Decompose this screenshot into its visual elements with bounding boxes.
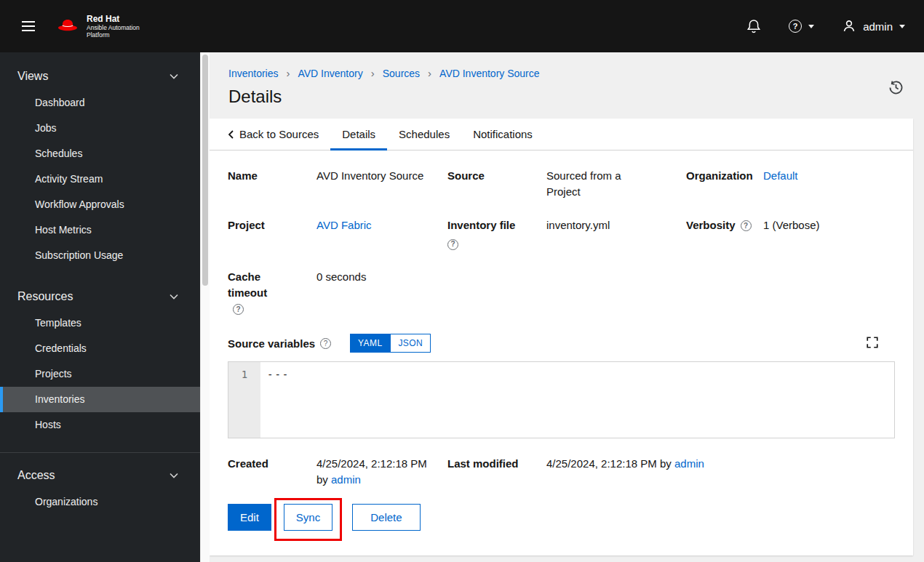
created-by-text: by	[316, 473, 328, 486]
source-variables-row: Source variables YAML JSON	[228, 334, 895, 353]
field-value-source: Sourced from a Project	[546, 168, 635, 200]
sidebar-item-subscription-usage[interactable]: Subscription Usage	[0, 243, 200, 268]
chevron-down-icon	[899, 25, 905, 28]
scrollbar-thumb[interactable]	[202, 55, 208, 286]
action-buttons: Edit Sync Delete	[228, 504, 895, 541]
sidebar-item-hosts[interactable]: Hosts	[0, 412, 200, 438]
yaml-toggle-button[interactable]: YAML	[350, 334, 390, 353]
sidebar-section-label: Resources	[17, 290, 73, 303]
header-actions: admin	[746, 19, 905, 33]
breadcrumb-sources[interactable]: Sources	[383, 68, 420, 79]
question-circle-icon[interactable]	[447, 239, 458, 250]
brand-subtitle-2: Platform	[87, 31, 140, 39]
detail-grid: Name AVD Inventory Source Source Sourced…	[228, 168, 895, 316]
field-label-text: Inventory file	[447, 219, 515, 231]
app-body: Views Dashboard Jobs Schedules Activity …	[0, 52, 924, 562]
redhat-logo-icon	[55, 17, 80, 35]
field-value-organization: Default	[763, 168, 895, 184]
sidebar-item-activity-stream[interactable]: Activity Stream	[0, 166, 200, 192]
field-value-project: AVD Fabric	[316, 217, 447, 233]
question-circle-icon[interactable]	[741, 220, 752, 231]
sidebar-item-jobs[interactable]: Jobs	[0, 116, 200, 141]
field-value-inventory-file: inventory.yml	[546, 217, 686, 233]
field-label-cache-timeout: Cache timeout	[228, 269, 287, 316]
tab-details[interactable]: Details	[330, 119, 387, 150]
expand-button[interactable]	[864, 334, 880, 353]
sync-button[interactable]: Sync	[284, 504, 332, 531]
breadcrumb: Inventories AVD Inventory Sources AVD In…	[228, 67, 907, 79]
field-value-cache-timeout: 0 seconds	[316, 269, 895, 285]
sidebar-item-inventories[interactable]: Inventories	[0, 387, 200, 412]
sidebar-item-workflow-approvals[interactable]: Workflow Approvals	[0, 192, 200, 217]
main-content: Inventories AVD Inventory Sources AVD In…	[210, 52, 924, 562]
tab-schedules[interactable]: Schedules	[387, 119, 461, 150]
menu-icon[interactable]	[17, 17, 39, 36]
timestamps-grid: Created 4/25/2024, 2:12:18 PM by admin L…	[228, 456, 895, 488]
field-label-organization: Organization	[686, 168, 763, 184]
tab-notifications[interactable]: Notifications	[461, 119, 544, 150]
expand-icon	[866, 336, 879, 349]
variables-code-editor: 1 ---	[228, 361, 895, 438]
sidebar-section-resources-toggle[interactable]: Resources	[0, 283, 200, 310]
user-menu-button[interactable]: admin	[842, 19, 905, 33]
history-button[interactable]	[888, 80, 904, 97]
editor-line-number: 1	[228, 362, 260, 438]
field-value-verbosity: 1 (Verbose)	[763, 217, 895, 233]
tab-bar: Back to Sources Details Schedules Notifi…	[210, 119, 913, 150]
field-label-inventory-file: Inventory file	[447, 217, 546, 252]
brand-subtitle: Ansible Automation	[87, 24, 140, 31]
sidebar-item-schedules[interactable]: Schedules	[0, 141, 200, 166]
breadcrumb-separator-icon	[428, 67, 431, 79]
username-label: admin	[863, 20, 893, 33]
field-label-created: Created	[228, 456, 316, 472]
sidebar-item-organizations[interactable]: Organizations	[0, 489, 200, 515]
bell-icon	[746, 19, 761, 33]
sidebar-divider	[0, 452, 200, 453]
field-label-last-modified: Last modified	[447, 456, 546, 472]
sidebar-item-templates[interactable]: Templates	[0, 310, 200, 336]
sidebar-item-credentials[interactable]: Credentials	[0, 336, 200, 361]
delete-button[interactable]: Delete	[352, 504, 420, 531]
field-value-name: AVD Inventory Source	[316, 168, 447, 184]
sidebar-scrollbar[interactable]	[200, 52, 210, 562]
editor-content: ---	[260, 362, 894, 438]
sidebar-nav: Views Dashboard Jobs Schedules Activity …	[0, 52, 200, 562]
breadcrumb-avd-inventory[interactable]: AVD Inventory	[298, 68, 362, 79]
modified-by-user-link[interactable]: admin	[674, 457, 704, 470]
chevron-left-icon	[228, 130, 234, 139]
user-icon	[842, 19, 856, 33]
edit-button[interactable]: Edit	[228, 504, 271, 531]
sidebar-section-views-toggle[interactable]: Views	[0, 63, 200, 90]
breadcrumb-avd-inventory-source[interactable]: AVD Inventory Source	[439, 68, 539, 79]
tab-back-to-sources[interactable]: Back to Sources	[217, 119, 330, 150]
breadcrumb-separator-icon	[371, 67, 375, 79]
field-label-text: Verbosity	[686, 219, 736, 231]
chevron-down-icon	[170, 294, 178, 300]
sidebar-section-label: Views	[17, 70, 48, 83]
question-circle-icon[interactable]	[320, 338, 331, 349]
sidebar-section-label: Access	[17, 469, 55, 482]
page-header: Inventories AVD Inventory Sources AVD In…	[210, 52, 924, 119]
notifications-button[interactable]	[746, 19, 761, 33]
created-by-user-link[interactable]: admin	[331, 473, 361, 486]
field-label-text: Cache timeout	[228, 270, 267, 299]
question-circle-icon[interactable]	[233, 304, 244, 315]
sidebar-item-host-metrics[interactable]: Host Metrics	[0, 217, 200, 243]
breadcrumb-inventories[interactable]: Inventories	[228, 68, 278, 79]
modified-timestamp: 4/25/2024, 2:12:18 PM	[546, 457, 657, 470]
sidebar-item-projects[interactable]: Projects	[0, 361, 200, 387]
field-label-source: Source	[447, 168, 546, 184]
app-header: Red Hat Ansible Automation Platform admi…	[0, 0, 924, 52]
sidebar-section-access-toggle[interactable]: Access	[0, 462, 200, 489]
organization-link[interactable]: Default	[763, 169, 798, 182]
breadcrumb-separator-icon	[286, 67, 290, 79]
sidebar-section-resources: Resources Templates Credentials Projects…	[0, 283, 200, 438]
json-toggle-button[interactable]: JSON	[390, 334, 431, 353]
question-circle-icon	[789, 20, 802, 33]
help-menu-button[interactable]	[789, 20, 814, 33]
format-toggle-group: YAML JSON	[350, 334, 431, 353]
field-label-source-variables: Source variables	[228, 337, 315, 350]
annotation-highlight-box: Sync	[274, 498, 342, 541]
project-link[interactable]: AVD Fabric	[316, 219, 372, 231]
sidebar-item-dashboard[interactable]: Dashboard	[0, 90, 200, 116]
